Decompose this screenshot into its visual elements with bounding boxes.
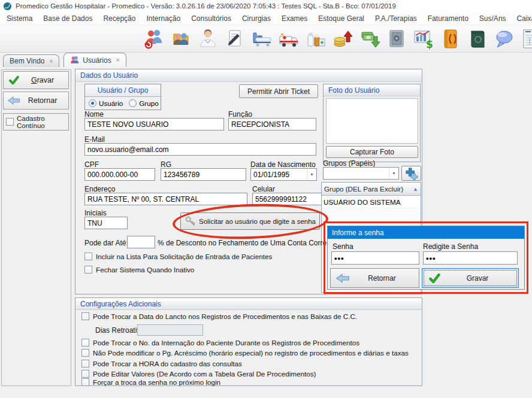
config-row[interactable]: Pode Trocar a HORA do cadastro das consu… [81, 360, 242, 367]
title-bar: Promedico Gestão Hospitalar - Promedico … [0, 0, 532, 12]
config-checkbox-0[interactable] [81, 312, 89, 320]
revenue-up-icon[interactable] [329, 27, 356, 51]
finance-chart-icon[interactable]: $ [410, 27, 437, 51]
iniciais-input[interactable] [84, 217, 128, 229]
sort-asc-icon[interactable]: ▲ [413, 186, 418, 192]
patients-folder-icon[interactable] [167, 27, 194, 51]
hospital-bed-icon[interactable] [248, 27, 275, 51]
continuous-registration-checkbox[interactable] [6, 118, 14, 126]
config-row[interactable]: Pode Editar Valores (De Acordo com a Tab… [81, 370, 316, 378]
include-list-checkbox[interactable] [84, 253, 92, 260]
grupos-combo[interactable]: ▼ [323, 167, 399, 180]
endereco-input[interactable] [84, 193, 247, 205]
tab-close-icon[interactable]: × [116, 57, 120, 63]
chat-icon[interactable] [491, 27, 518, 51]
senha-input[interactable] [331, 251, 419, 265]
cpf-input[interactable] [84, 168, 155, 181]
menu-item-5[interactable]: Cirurgias [237, 13, 276, 25]
endereco-label: Endereço [84, 185, 115, 193]
dialog-return-button[interactable]: Retornar [330, 268, 419, 288]
safe-icon[interactable] [383, 27, 410, 51]
rg-label: RG [161, 160, 171, 169]
menu-item-4[interactable]: Consultórios [186, 13, 237, 25]
radio-usuario[interactable] [89, 99, 96, 107]
arrow-left-icon [7, 95, 20, 106]
tab-label: Bem Vindo [10, 57, 44, 65]
add-plus-icon [405, 167, 418, 180]
cpf-label: CPF [84, 160, 99, 169]
password-dialog: Informe a senha Senha Redigite a Senha R… [327, 226, 525, 290]
prescription-icon[interactable] [221, 27, 248, 51]
app-window: Promedico Gestão Hospitalar - Promedico … [0, 0, 532, 398]
menu-item-1[interactable]: Base de Dados [38, 13, 98, 25]
menu-bar: SistemaBase de DadosRecepçãoInternaçãoCo… [0, 12, 532, 25]
radio-grupo[interactable] [129, 99, 137, 107]
menu-item-10[interactable]: Sus/Ans [474, 13, 512, 25]
close-inactive-row[interactable]: Fechar Sistema Quando Inativo [84, 266, 194, 274]
menu-item-0[interactable]: Sistema [1, 13, 38, 25]
chevron-down-icon[interactable]: ▼ [389, 168, 398, 179]
pharmacy-icon[interactable] [302, 27, 329, 51]
menu-item-2[interactable]: Recepção [98, 13, 141, 25]
tab-bem-vindo[interactable]: Bem Vindo × [3, 54, 59, 67]
config-row[interactable]: Pode Trocar a Data do Lancto nos Registr… [81, 312, 357, 320]
config-checkbox-1[interactable] [81, 339, 89, 347]
phone-directory-icon[interactable] [437, 27, 464, 51]
request-password-button[interactable]: Solicitar ao usuário que digite a senha [180, 212, 320, 230]
config-checkbox-4[interactable] [81, 370, 89, 378]
config-label-3: Pode Trocar a HORA do cadastro das consu… [93, 360, 242, 367]
report-grid-icon[interactable] [518, 27, 532, 51]
dialog-save-button[interactable]: Gravar [422, 268, 519, 288]
check-icon [7, 75, 20, 86]
config-checkbox-5[interactable] [81, 378, 89, 386]
doctor-icon[interactable] [194, 27, 221, 51]
save-button[interactable]: Gravar [3, 71, 69, 89]
radio-option-usuario[interactable]: Usuário [89, 99, 123, 107]
group-list-row[interactable]: USUÁRIO DO SISTEMA [322, 196, 421, 208]
nome-label: Nome [84, 110, 104, 119]
config-row[interactable]: Pode Trocar o No. da Internação do Pacie… [81, 339, 359, 347]
include-list-row[interactable]: Incluir na Lista Para Solicitação de Ent… [84, 253, 272, 260]
svg-text:$: $ [426, 38, 433, 50]
nome-input[interactable] [84, 118, 224, 130]
save-button-label: Gravar [20, 76, 65, 84]
users-sync-icon[interactable] [140, 27, 167, 51]
birthdate-value: 01/01/1995 [251, 171, 307, 179]
tab-close-icon[interactable]: × [49, 58, 53, 65]
tab-label: Usuários [83, 56, 111, 65]
celular-input[interactable] [252, 193, 323, 205]
tab-usuarios[interactable]: Usuários × [64, 53, 126, 67]
funcao-input[interactable] [228, 118, 316, 130]
menu-item-3[interactable]: Internação [141, 13, 186, 25]
payment-down-icon[interactable] [356, 27, 383, 51]
config-row[interactable]: Não Pode modificar o Pg. Acréscimo (horá… [81, 349, 409, 357]
radio-option-grupo[interactable]: Grupo [129, 99, 158, 107]
continuous-registration-label: Cadastro Contínuo [17, 115, 66, 129]
config-checkbox-3[interactable] [81, 360, 89, 367]
ambulance-icon[interactable] [275, 27, 302, 51]
allow-ticket-button[interactable]: Permitir Abrir Ticket [239, 84, 318, 98]
chevron-down-icon[interactable]: ▼ [307, 169, 316, 180]
ledger-book-icon[interactable] [464, 27, 491, 51]
discount-prefix-label: Pode dar Até: [84, 239, 128, 247]
menu-item-6[interactable]: Exames [276, 13, 313, 25]
return-button[interactable]: Retornar [3, 92, 69, 110]
redigite-input[interactable] [423, 251, 518, 265]
config-label-4: Pode Editar Valores (De Acordo com a Tab… [93, 370, 316, 378]
email-input[interactable] [84, 143, 316, 156]
config-checkbox-2[interactable] [81, 349, 89, 357]
add-group-button[interactable] [401, 166, 421, 181]
capture-photo-button[interactable]: Capturar Foto [326, 146, 418, 158]
discount-input[interactable] [127, 236, 155, 248]
menu-item-9[interactable]: Faturamento [422, 13, 474, 25]
menu-item-7[interactable]: Estoque Geral [313, 13, 370, 25]
birthdate-combo[interactable]: 01/01/1995 ▼ [250, 168, 317, 181]
additional-config-group: Configurações Adicionais Pode Trocar a D… [75, 297, 422, 386]
config-row[interactable]: Forçar a troca da senha no próximo login [81, 378, 220, 386]
rg-input[interactable] [161, 168, 246, 181]
radio-usuario-label: Usuário [99, 99, 123, 107]
menu-item-11[interactable]: Caixa [512, 13, 532, 25]
group-list-header[interactable]: Grupo (DEL Para Excluir) ▲ [322, 183, 421, 196]
menu-item-8[interactable]: P.A./Terapias [370, 13, 422, 25]
close-inactive-checkbox[interactable] [84, 266, 92, 274]
